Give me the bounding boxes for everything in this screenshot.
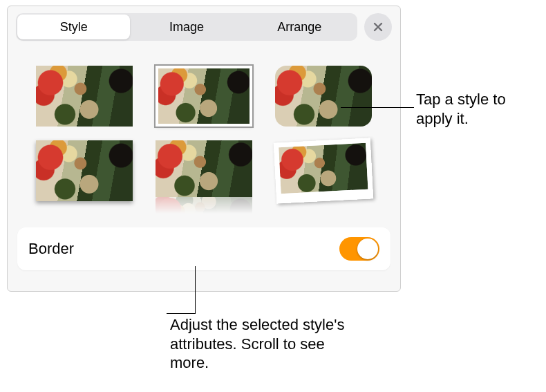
photo-preview xyxy=(158,68,250,124)
photo-preview xyxy=(279,143,368,194)
border-label: Border xyxy=(28,240,74,258)
callout-adjust: Adjust the selected style's attributes. … xyxy=(170,315,350,373)
tab-bar: Style Image Arrange xyxy=(16,13,357,41)
toggle-knob xyxy=(357,239,378,259)
callout-leader xyxy=(195,266,196,313)
style-thumbnail[interactable] xyxy=(156,140,252,209)
close-button[interactable] xyxy=(364,13,392,41)
style-thumbnail[interactable] xyxy=(36,66,133,127)
callout-tap-style: Tap a style to apply it. xyxy=(416,90,534,128)
tab-arrange[interactable]: Arrange xyxy=(243,15,356,39)
callout-leader xyxy=(341,107,414,108)
style-thumbnail[interactable] xyxy=(273,138,373,203)
format-panel: Style Image Arrange Bor xyxy=(7,6,401,292)
photo-preview xyxy=(275,66,372,127)
photo-preview xyxy=(36,140,133,201)
border-row: Border xyxy=(17,227,390,270)
border-toggle[interactable] xyxy=(339,237,379,261)
style-thumbnail[interactable] xyxy=(36,140,133,201)
close-icon xyxy=(373,21,384,32)
tab-style[interactable]: Style xyxy=(17,15,130,39)
photo-preview xyxy=(36,66,133,127)
panel-header: Style Image Arrange xyxy=(8,6,400,45)
style-grid xyxy=(8,45,400,223)
reflection xyxy=(156,197,252,214)
style-thumbnail[interactable] xyxy=(156,66,252,127)
callout-leader xyxy=(167,313,196,314)
photo-preview xyxy=(156,140,252,197)
tab-image[interactable]: Image xyxy=(130,15,243,39)
style-thumbnail[interactable] xyxy=(275,66,372,127)
